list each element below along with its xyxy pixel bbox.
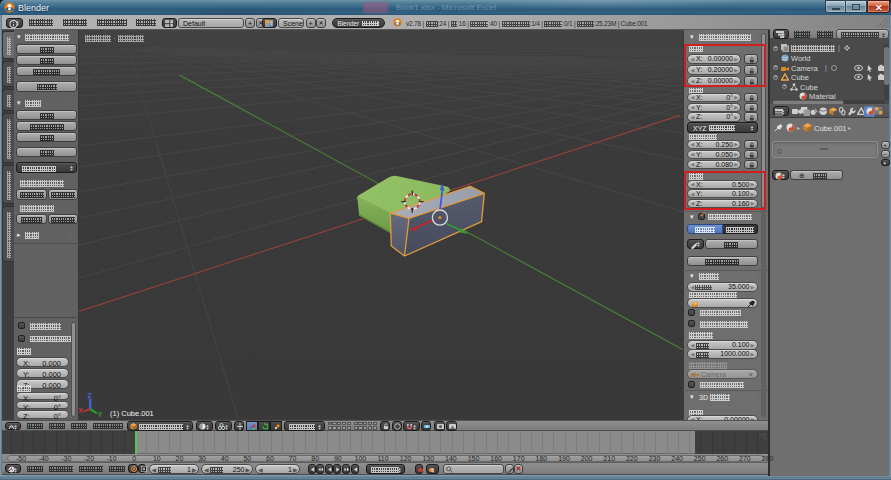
svg-text:Z: Z [88, 392, 92, 399]
svg-text:Y: Y [98, 411, 103, 418]
